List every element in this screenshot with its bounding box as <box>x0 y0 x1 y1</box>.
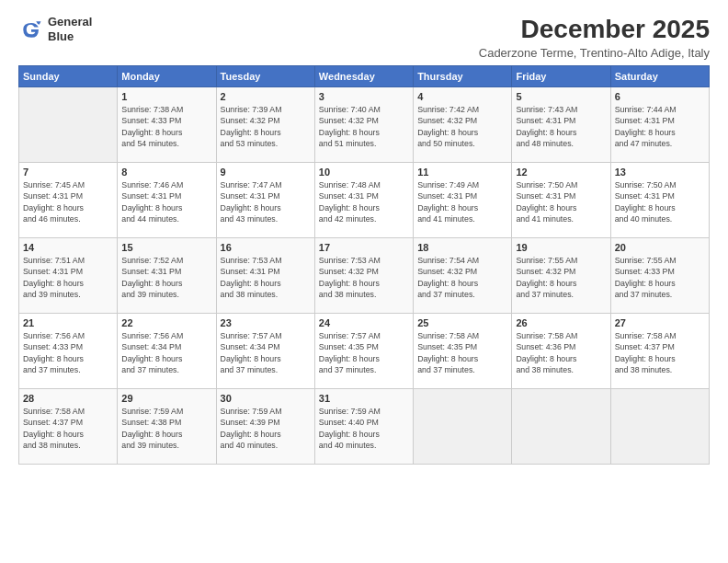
day-number: 12 <box>516 167 606 178</box>
day-detail: Sunrise: 7:52 AM Sunset: 4:31 PM Dayligh… <box>121 255 211 300</box>
day-detail: Sunrise: 7:42 AM Sunset: 4:32 PM Dayligh… <box>417 104 507 149</box>
calendar-cell: 20Sunrise: 7:55 AM Sunset: 4:33 PM Dayli… <box>610 238 709 314</box>
calendar-cell: 9Sunrise: 7:47 AM Sunset: 4:31 PM Daylig… <box>216 163 314 238</box>
day-detail: Sunrise: 7:56 AM Sunset: 4:34 PM Dayligh… <box>121 330 211 375</box>
day-number: 3 <box>319 91 409 102</box>
day-detail: Sunrise: 7:38 AM Sunset: 4:33 PM Dayligh… <box>121 104 211 149</box>
calendar-cell: 24Sunrise: 7:57 AM Sunset: 4:35 PM Dayli… <box>314 314 413 389</box>
day-number: 1 <box>121 91 211 102</box>
calendar-header-saturday: Saturday <box>610 66 709 87</box>
day-detail: Sunrise: 7:49 AM Sunset: 4:31 PM Dayligh… <box>417 179 507 224</box>
subtitle: Caderzone Terme, Trentino-Alto Adige, It… <box>479 46 710 60</box>
calendar-header-row: SundayMondayTuesdayWednesdayThursdayFrid… <box>19 66 710 87</box>
day-detail: Sunrise: 7:48 AM Sunset: 4:31 PM Dayligh… <box>319 179 409 224</box>
logo: General Blue <box>18 15 92 43</box>
calendar-cell: 21Sunrise: 7:56 AM Sunset: 4:33 PM Dayli… <box>19 314 118 389</box>
calendar-cell: 26Sunrise: 7:58 AM Sunset: 4:36 PM Dayli… <box>512 314 610 389</box>
logo-text: General Blue <box>48 15 92 43</box>
calendar-cell: 19Sunrise: 7:55 AM Sunset: 4:32 PM Dayli… <box>512 238 610 314</box>
day-detail: Sunrise: 7:58 AM Sunset: 4:36 PM Dayligh… <box>516 330 606 375</box>
calendar-cell: 28Sunrise: 7:58 AM Sunset: 4:37 PM Dayli… <box>19 389 118 465</box>
day-number: 29 <box>121 393 211 404</box>
day-number: 2 <box>221 91 311 102</box>
calendar-cell: 6Sunrise: 7:44 AM Sunset: 4:31 PM Daylig… <box>610 87 709 163</box>
day-number: 23 <box>221 317 311 328</box>
day-number: 8 <box>121 167 211 178</box>
day-detail: Sunrise: 7:43 AM Sunset: 4:31 PM Dayligh… <box>516 104 606 149</box>
calendar-week-2: 14Sunrise: 7:51 AM Sunset: 4:31 PM Dayli… <box>19 238 710 314</box>
day-detail: Sunrise: 7:45 AM Sunset: 4:31 PM Dayligh… <box>23 179 113 224</box>
logo-icon <box>18 17 44 42</box>
day-number: 20 <box>615 242 705 253</box>
calendar-cell: 17Sunrise: 7:53 AM Sunset: 4:32 PM Dayli… <box>314 238 413 314</box>
day-detail: Sunrise: 7:57 AM Sunset: 4:34 PM Dayligh… <box>221 330 311 375</box>
day-detail: Sunrise: 7:53 AM Sunset: 4:32 PM Dayligh… <box>319 255 409 300</box>
day-detail: Sunrise: 7:51 AM Sunset: 4:31 PM Dayligh… <box>23 255 113 300</box>
day-number: 31 <box>319 393 409 404</box>
day-detail: Sunrise: 7:57 AM Sunset: 4:35 PM Dayligh… <box>319 330 409 375</box>
calendar: SundayMondayTuesdayWednesdayThursdayFrid… <box>18 65 710 465</box>
day-number: 6 <box>615 91 705 102</box>
calendar-cell: 18Sunrise: 7:54 AM Sunset: 4:32 PM Dayli… <box>414 238 512 314</box>
day-number: 13 <box>615 167 705 178</box>
day-number: 21 <box>23 317 113 328</box>
calendar-cell: 4Sunrise: 7:42 AM Sunset: 4:32 PM Daylig… <box>414 87 512 163</box>
page: General Blue December 2025 Caderzone Ter… <box>0 0 728 563</box>
day-detail: Sunrise: 7:59 AM Sunset: 4:40 PM Dayligh… <box>319 406 409 451</box>
day-number: 11 <box>417 167 507 178</box>
day-detail: Sunrise: 7:59 AM Sunset: 4:38 PM Dayligh… <box>121 406 211 451</box>
day-number: 24 <box>319 317 409 328</box>
calendar-week-3: 21Sunrise: 7:56 AM Sunset: 4:33 PM Dayli… <box>19 314 710 389</box>
day-detail: Sunrise: 7:59 AM Sunset: 4:39 PM Dayligh… <box>221 406 311 451</box>
calendar-cell: 22Sunrise: 7:56 AM Sunset: 4:34 PM Dayli… <box>118 314 216 389</box>
calendar-cell: 30Sunrise: 7:59 AM Sunset: 4:39 PM Dayli… <box>216 389 314 465</box>
calendar-cell: 11Sunrise: 7:49 AM Sunset: 4:31 PM Dayli… <box>414 163 512 238</box>
calendar-cell <box>414 389 512 465</box>
calendar-cell <box>19 87 118 163</box>
day-detail: Sunrise: 7:54 AM Sunset: 4:32 PM Dayligh… <box>417 255 507 300</box>
calendar-cell: 12Sunrise: 7:50 AM Sunset: 4:31 PM Dayli… <box>512 163 610 238</box>
day-number: 17 <box>319 242 409 253</box>
calendar-week-0: 1Sunrise: 7:38 AM Sunset: 4:33 PM Daylig… <box>19 87 710 163</box>
day-detail: Sunrise: 7:50 AM Sunset: 4:31 PM Dayligh… <box>615 179 705 224</box>
day-number: 30 <box>221 393 311 404</box>
day-number: 15 <box>121 242 211 253</box>
day-detail: Sunrise: 7:58 AM Sunset: 4:35 PM Dayligh… <box>417 330 507 375</box>
calendar-cell: 7Sunrise: 7:45 AM Sunset: 4:31 PM Daylig… <box>19 163 118 238</box>
calendar-week-4: 28Sunrise: 7:58 AM Sunset: 4:37 PM Dayli… <box>19 389 710 465</box>
day-detail: Sunrise: 7:39 AM Sunset: 4:32 PM Dayligh… <box>221 104 311 149</box>
day-number: 19 <box>516 242 606 253</box>
day-detail: Sunrise: 7:55 AM Sunset: 4:32 PM Dayligh… <box>516 255 606 300</box>
calendar-cell: 16Sunrise: 7:53 AM Sunset: 4:31 PM Dayli… <box>216 238 314 314</box>
day-number: 5 <box>516 91 606 102</box>
day-detail: Sunrise: 7:53 AM Sunset: 4:31 PM Dayligh… <box>221 255 311 300</box>
calendar-header-sunday: Sunday <box>19 66 118 87</box>
title-block: December 2025 Caderzone Terme, Trentino-… <box>479 15 710 60</box>
calendar-cell: 5Sunrise: 7:43 AM Sunset: 4:31 PM Daylig… <box>512 87 610 163</box>
day-detail: Sunrise: 7:47 AM Sunset: 4:31 PM Dayligh… <box>221 179 311 224</box>
day-number: 16 <box>221 242 311 253</box>
calendar-header-monday: Monday <box>118 66 216 87</box>
day-number: 14 <box>23 242 113 253</box>
calendar-cell: 13Sunrise: 7:50 AM Sunset: 4:31 PM Dayli… <box>610 163 709 238</box>
day-number: 10 <box>319 167 409 178</box>
calendar-header-friday: Friday <box>512 66 610 87</box>
main-title: December 2025 <box>479 15 710 44</box>
calendar-cell: 23Sunrise: 7:57 AM Sunset: 4:34 PM Dayli… <box>216 314 314 389</box>
calendar-cell: 1Sunrise: 7:38 AM Sunset: 4:33 PM Daylig… <box>118 87 216 163</box>
calendar-week-1: 7Sunrise: 7:45 AM Sunset: 4:31 PM Daylig… <box>19 163 710 238</box>
day-detail: Sunrise: 7:56 AM Sunset: 4:33 PM Dayligh… <box>23 330 113 375</box>
calendar-cell: 27Sunrise: 7:58 AM Sunset: 4:37 PM Dayli… <box>610 314 709 389</box>
day-detail: Sunrise: 7:58 AM Sunset: 4:37 PM Dayligh… <box>23 406 113 451</box>
calendar-cell: 15Sunrise: 7:52 AM Sunset: 4:31 PM Dayli… <box>118 238 216 314</box>
calendar-cell: 3Sunrise: 7:40 AM Sunset: 4:32 PM Daylig… <box>314 87 413 163</box>
calendar-cell <box>610 389 709 465</box>
calendar-cell: 8Sunrise: 7:46 AM Sunset: 4:31 PM Daylig… <box>118 163 216 238</box>
day-number: 28 <box>23 393 113 404</box>
calendar-cell: 10Sunrise: 7:48 AM Sunset: 4:31 PM Dayli… <box>314 163 413 238</box>
day-number: 27 <box>615 317 705 328</box>
header: General Blue December 2025 Caderzone Ter… <box>18 15 710 60</box>
day-detail: Sunrise: 7:55 AM Sunset: 4:33 PM Dayligh… <box>615 255 705 300</box>
day-number: 18 <box>417 242 507 253</box>
calendar-header-thursday: Thursday <box>414 66 512 87</box>
